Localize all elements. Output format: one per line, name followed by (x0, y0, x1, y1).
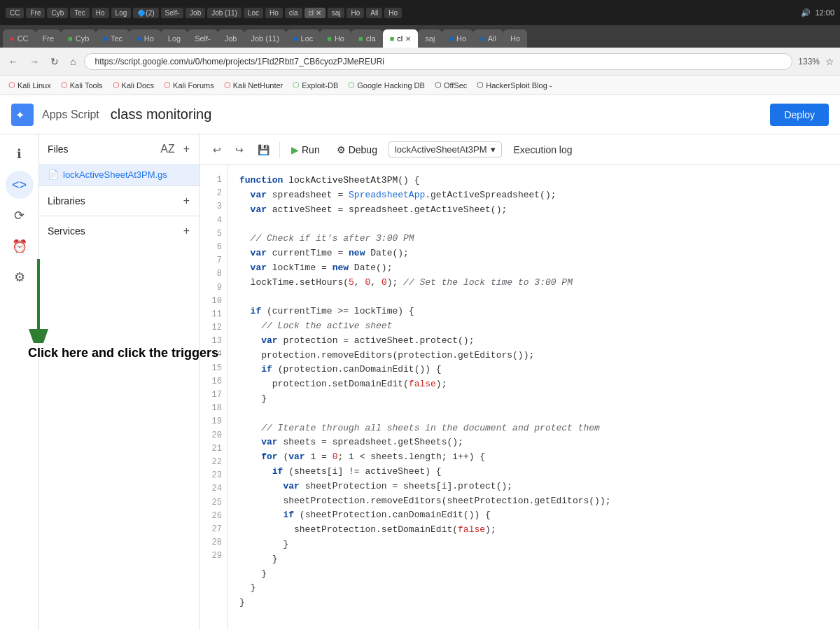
tab-self[interactable]: Self- (188, 29, 218, 48)
back-button[interactable]: ← (6, 55, 21, 69)
tab-ho4[interactable]: Ho (503, 29, 527, 48)
run-icon: ▶ (291, 144, 299, 155)
taskbar-item[interactable]: Cyb (47, 8, 68, 18)
tab-saj[interactable]: saj (418, 29, 442, 48)
file-item-label: lockActiveSheetAt3PM.gs (63, 169, 167, 180)
services-label: Services (48, 225, 182, 237)
deploy-button[interactable]: Deploy (770, 104, 829, 126)
sidebar-code-button[interactable]: <> (6, 171, 34, 199)
taskbar-item[interactable]: Ho (265, 8, 283, 18)
taskbar-item[interactable]: Ho (384, 8, 402, 18)
tab-fre[interactable]: Fre (36, 29, 62, 48)
forward-button[interactable]: → (27, 55, 42, 69)
kali-tools-icon: ⬡ (61, 80, 68, 90)
reload-button[interactable]: ↻ (48, 55, 62, 69)
bookmark-hackersploit[interactable]: ⬡ HackerSploit Blog - (474, 79, 554, 91)
add-service-button[interactable]: + (182, 223, 191, 239)
debug-label: Debug (349, 144, 377, 155)
editor-area: ↩ ↪ 💾 ▶ Run ⚙ Debug lockActiveSheetAt3PM… (200, 134, 840, 630)
address-input[interactable] (84, 53, 792, 70)
save-button[interactable]: 💾 (253, 141, 274, 158)
file-panel: Files AZ + 📄 lockActiveSheetAt3PM.gs Lib… (39, 134, 200, 630)
files-section-header: Files AZ + (39, 134, 200, 164)
home-button[interactable]: ⌂ (67, 55, 78, 69)
tab-job11[interactable]: Job (11) (244, 29, 286, 48)
tab-bar: ●CC Fre ■Cyb ■Tec ■Ho Log Self- Job Job … (0, 25, 840, 48)
browser-top-bar: CC Fre Cyb Tec Ho Log 🔷(2) Self- Job Job… (0, 0, 840, 25)
sidebar-settings-button[interactable]: ⚙ (6, 263, 34, 291)
run-button[interactable]: ▶ Run (286, 141, 326, 158)
run-label: Run (302, 144, 320, 155)
taskbar-item[interactable]: Ho (92, 8, 109, 18)
taskbar-item[interactable]: 🔷(2) (133, 8, 158, 18)
address-bar: ← → ↻ ⌂ 133% ☆ (0, 48, 840, 76)
taskbar-item[interactable]: Fre (26, 8, 45, 18)
bookmark-kali-nethunter[interactable]: ⬡ Kali NetHunter (221, 79, 286, 91)
add-library-button[interactable]: + (182, 193, 191, 209)
undo-button[interactable]: ↩ (209, 141, 225, 158)
dropdown-arrow-icon: ▾ (491, 144, 496, 155)
bookmark-kali-docs[interactable]: ⬡ Kali Docs (110, 79, 157, 91)
svg-text:✦: ✦ (15, 109, 24, 121)
bookmark-kali-tools[interactable]: ⬡ Kali Tools (58, 79, 106, 91)
tab-ho1[interactable]: ■Ho (130, 29, 161, 48)
file-item-lockactivesheetat3pm[interactable]: 📄 lockActiveSheetAt3PM.gs (39, 164, 200, 186)
project-title: class monitoring (111, 106, 212, 122)
sidebar-history-button[interactable]: ⟳ (6, 202, 34, 230)
taskbar-item[interactable]: Job (186, 8, 205, 18)
taskbar-item[interactable]: Tec (70, 8, 90, 18)
sidebar-trigger-button[interactable]: ⏰ (6, 232, 34, 260)
bookmark-star-icon[interactable]: ☆ (825, 56, 834, 67)
tab-tec[interactable]: ■Tec (96, 29, 130, 48)
taskbar-item[interactable]: saj (328, 8, 345, 18)
tab-cc[interactable]: ●CC (3, 29, 36, 48)
taskbar-item[interactable]: Ho (346, 8, 364, 18)
debug-button[interactable]: ⚙ Debug (331, 141, 383, 158)
execution-log-button[interactable]: Execution log (507, 141, 578, 158)
hackersploit-icon: ⬡ (477, 80, 484, 90)
taskbar-item[interactable]: cla (285, 8, 302, 18)
sidebar-info-button[interactable]: ℹ (6, 140, 34, 168)
kali-forums-icon: ⬡ (164, 80, 171, 90)
debug-icon: ⚙ (337, 144, 346, 155)
taskbar-item[interactable]: CC (6, 8, 24, 18)
taskbar-item[interactable]: Loc (244, 8, 263, 18)
bookmark-kali-linux[interactable]: ⬡ Kali Linux (6, 79, 54, 91)
tab-cla[interactable]: ■cla (351, 29, 383, 48)
tab-all[interactable]: ■All (473, 29, 503, 48)
redo-button[interactable]: ↪ (231, 141, 248, 158)
bookmark-offsec[interactable]: ⬡ OffSec (432, 79, 470, 91)
taskbar-item-active[interactable]: cl ✕ (304, 8, 326, 18)
tab-ho3[interactable]: ■Ho (442, 29, 473, 48)
taskbar-item[interactable]: Self- (161, 8, 184, 18)
tab-loc[interactable]: ■Loc (286, 29, 320, 48)
main-layout: ℹ <> ⟳ ⏰ ⚙ Files AZ + 📄 lockActiveSheetA… (0, 134, 840, 630)
function-selector[interactable]: lockActiveSheetAt3PM ▾ (388, 141, 503, 158)
apps-script-logo: ✦ (11, 104, 34, 126)
files-label: Files (48, 144, 153, 155)
volume-icon: 🔊 (801, 8, 811, 18)
code-content[interactable]: function lockActiveSheetAt3PM() { var sp… (228, 165, 840, 630)
exploit-db-icon: ⬡ (293, 80, 300, 90)
taskbar-item[interactable]: Log (111, 8, 132, 18)
tab-job[interactable]: Job (218, 29, 244, 48)
taskbar-item[interactable]: All (366, 8, 382, 18)
bookmark-kali-forums[interactable]: ⬡ Kali Forums (161, 79, 217, 91)
tab-cl-active[interactable]: ■cl ✕ (383, 29, 419, 48)
tab-ho2[interactable]: ■Ho (320, 29, 351, 48)
tab-log[interactable]: Log (161, 29, 188, 48)
editor-toolbar: ↩ ↪ 💾 ▶ Run ⚙ Debug lockActiveSheetAt3PM… (200, 134, 840, 165)
toolbar-divider (279, 141, 280, 158)
taskbar-item[interactable]: Job (11) (207, 8, 241, 18)
bookmark-google-hacking[interactable]: ⬡ Google Hacking DB (345, 79, 428, 91)
sort-files-button[interactable]: AZ (159, 141, 176, 157)
kali-linux-icon: ⬡ (8, 80, 15, 90)
libraries-section-header: Libraries + (39, 186, 200, 216)
tab-cyb[interactable]: ■Cyb (61, 29, 96, 48)
google-hacking-icon: ⬡ (348, 80, 355, 90)
bookmarks-bar: ⬡ Kali Linux ⬡ Kali Tools ⬡ Kali Docs ⬡ … (0, 76, 840, 95)
add-file-button[interactable]: + (182, 141, 191, 157)
bookmark-exploit-db[interactable]: ⬡ Exploit-DB (290, 79, 341, 91)
sidebar-icons: ℹ <> ⟳ ⏰ ⚙ (0, 134, 39, 630)
time-display: 12:00 (815, 8, 834, 17)
